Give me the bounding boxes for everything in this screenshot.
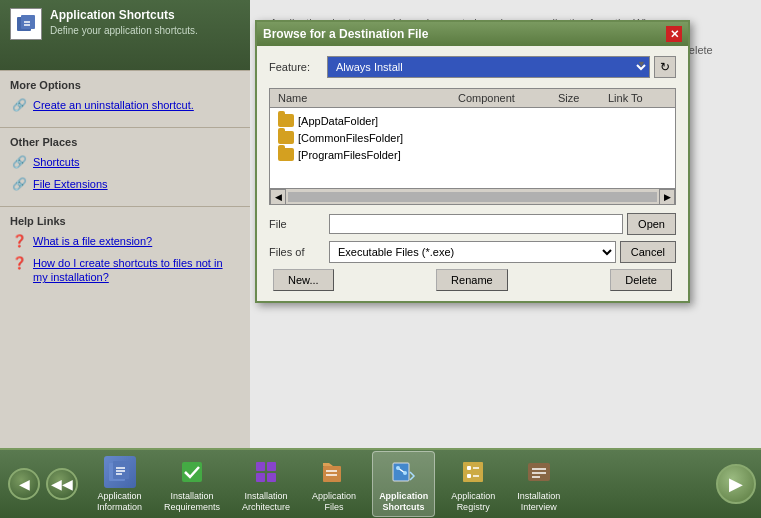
col-header-name: Name [274, 91, 454, 105]
taskbar-item-app-files[interactable]: ApplicationFiles [306, 452, 362, 517]
help-icon-1: ❓ [12, 234, 28, 250]
folder-label-1: [CommonFilesFolder] [298, 132, 403, 144]
app-info-icon [104, 456, 136, 488]
create-uninstall-icon: 🔗 [12, 98, 28, 114]
col-header-size: Size [554, 91, 604, 105]
next-button[interactable]: ▶ [716, 464, 756, 504]
app-info-label: ApplicationInformation [97, 491, 142, 513]
help-icon-2: ❓ [12, 256, 28, 272]
taskbar-item-app-info[interactable]: ApplicationInformation [91, 452, 148, 517]
install-interview-icon [523, 456, 555, 488]
dialog-close-button[interactable]: ✕ [666, 26, 682, 42]
help-links-section: Help Links ❓ What is a file extension? ❓… [0, 206, 250, 298]
h-scrollbar: ◀ ▶ [270, 188, 675, 204]
header-subtitle: Define your application shortcuts. [50, 25, 198, 36]
app-files-label: ApplicationFiles [312, 491, 356, 513]
taskbar-item-install-interview[interactable]: InstallationInterview [511, 452, 566, 517]
taskbar-item-app-shortcuts[interactable]: ApplicationShortcuts [372, 451, 435, 518]
app-registry-icon [457, 456, 489, 488]
folder-item-2[interactable]: [ProgramFilesFolder] [274, 146, 671, 163]
file-list-header: Name Component Size Link To [270, 89, 675, 108]
svg-rect-24 [467, 474, 471, 478]
header-text: Application Shortcuts Define your applic… [50, 8, 198, 36]
folder-icon-1 [278, 131, 294, 144]
app-shortcuts-icon [388, 456, 420, 488]
other-places-title: Other Places [10, 136, 240, 148]
content-area: Application Shortcuts Define your applic… [0, 0, 761, 448]
file-input[interactable] [329, 214, 623, 234]
dialog-bottom-buttons: New... Rename Delete [269, 269, 676, 291]
shortcuts-icon: 🔗 [12, 155, 28, 171]
svg-rect-13 [267, 473, 276, 482]
dialog-title: Browse for a Destination File [263, 27, 428, 41]
taskbar-item-app-registry[interactable]: ApplicationRegistry [445, 452, 501, 517]
feature-row: Feature: Always Install ↻ [269, 56, 676, 78]
scroll-right-button[interactable]: ▶ [659, 189, 675, 205]
file-list-container: Name Component Size Link To [AppDataFold… [269, 88, 676, 205]
svg-rect-27 [528, 463, 550, 481]
file-extensions-label: File Extensions [33, 177, 108, 191]
svg-rect-5 [113, 461, 129, 479]
help-links-title: Help Links [10, 215, 240, 227]
folder-icon-2 [278, 148, 294, 161]
back-button[interactable]: ◀ [8, 468, 40, 500]
file-label: File [269, 218, 329, 230]
folder-label-0: [AppDataFolder] [298, 115, 378, 127]
open-button[interactable]: Open [627, 213, 676, 235]
folder-item-1[interactable]: [CommonFilesFolder] [274, 129, 671, 146]
folder-icon-0 [278, 114, 294, 127]
file-row: File Open [269, 213, 676, 235]
left-panel: Application Shortcuts Define your applic… [0, 0, 250, 448]
dialog-body: Feature: Always Install ↻ Name Component… [257, 46, 688, 301]
feature-label: Feature: [269, 61, 319, 73]
files-of-row: Files of Executable Files (*.exe)All Fil… [269, 241, 676, 263]
taskbar: ◀ ◀◀ ApplicationInformation [0, 448, 761, 518]
header-bar: Application Shortcuts Define your applic… [0, 0, 250, 70]
header-title: Application Shortcuts [50, 8, 198, 22]
header-icon [10, 8, 42, 40]
create-uninstall-item[interactable]: 🔗 Create an uninstallation shortcut. [10, 97, 240, 115]
dialog-titlebar: Browse for a Destination File ✕ [257, 22, 688, 46]
new-button[interactable]: New... [273, 269, 334, 291]
svg-point-20 [396, 466, 400, 470]
file-ext-help-item[interactable]: ❓ What is a file extension? [10, 233, 240, 251]
folder-item-0[interactable]: [AppDataFolder] [274, 112, 671, 129]
install-interview-label: InstallationInterview [517, 491, 560, 513]
shortcuts-item[interactable]: 🔗 Shortcuts [10, 154, 240, 172]
shortcuts-label: Shortcuts [33, 155, 79, 169]
scroll-track [288, 192, 657, 202]
svg-rect-11 [267, 462, 276, 471]
scroll-left-button[interactable]: ◀ [270, 189, 286, 205]
svg-point-21 [403, 471, 407, 475]
more-options-section: More Options 🔗 Create an uninstallation … [0, 70, 250, 127]
files-of-select[interactable]: Executable Files (*.exe)All Files (*.*) [329, 241, 616, 263]
col-header-link: Link To [604, 91, 671, 105]
svg-marker-15 [323, 463, 333, 466]
app-shortcuts-label: ApplicationShortcuts [379, 491, 428, 513]
refresh-button[interactable]: ↻ [654, 56, 676, 78]
files-of-label: Files of [269, 246, 329, 258]
prev-button[interactable]: ◀◀ [46, 468, 78, 500]
create-shortcut-help-item[interactable]: ❓ How do I create shortcuts to files not… [10, 255, 240, 286]
delete-button[interactable]: Delete [610, 269, 672, 291]
install-req-label: InstallationRequirements [164, 491, 220, 513]
taskbar-item-install-req[interactable]: InstallationRequirements [158, 452, 226, 517]
file-extensions-item[interactable]: 🔗 File Extensions [10, 176, 240, 194]
feature-select-wrapper: Always Install [327, 56, 650, 78]
app-files-icon [318, 456, 350, 488]
taskbar-item-install-arch[interactable]: InstallationArchitecture [236, 452, 296, 517]
files-of-select-wrapper: Executable Files (*.exe)All Files (*.*) [329, 241, 616, 263]
svg-rect-10 [256, 462, 265, 471]
svg-rect-23 [467, 466, 471, 470]
svg-rect-14 [323, 466, 341, 482]
create-uninstall-label: Create an uninstallation shortcut. [33, 98, 194, 112]
feature-select[interactable]: Always Install [327, 56, 650, 78]
cancel-button[interactable]: Cancel [620, 241, 676, 263]
svg-rect-12 [256, 473, 265, 482]
rename-button[interactable]: Rename [436, 269, 508, 291]
more-options-title: More Options [10, 79, 240, 91]
col-header-component: Component [454, 91, 554, 105]
install-arch-label: InstallationArchitecture [242, 491, 290, 513]
file-extensions-icon: 🔗 [12, 177, 28, 193]
svg-rect-22 [463, 462, 483, 482]
